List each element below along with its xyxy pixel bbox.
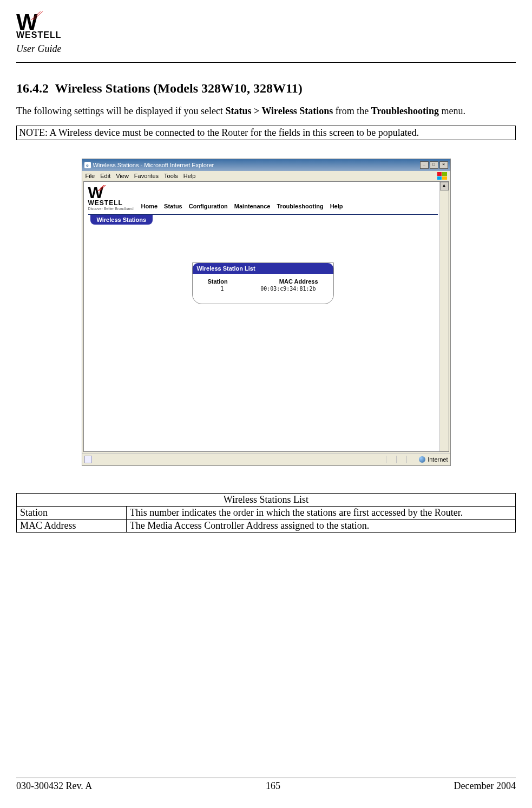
- done-icon: [84, 456, 92, 463]
- table-row: MAC Address The Media Access Controller …: [17, 520, 516, 533]
- cell-mac: 00:03:c9:34:81:2b: [260, 286, 316, 292]
- menu-file[interactable]: File: [86, 173, 95, 179]
- section-title: Wireless Stations (Models 328W10, 328W11…: [55, 81, 303, 95]
- intro-prefix: The following settings will be displayed…: [16, 106, 225, 116]
- browser-titlebar: e Wireless Stations - Microsoft Internet…: [82, 159, 450, 171]
- footer-right: December 2004: [454, 780, 516, 792]
- col-station: Station: [208, 278, 228, 285]
- status-seg: [386, 456, 396, 463]
- intro-middle: from the: [333, 106, 371, 116]
- status-zone: Internet: [428, 456, 448, 463]
- card-header: Wireless Station List: [193, 263, 333, 274]
- nav-troubleshooting[interactable]: Troubleshooting: [277, 203, 323, 209]
- browser-menubar: File Edit View Favorites Tools Help: [82, 171, 450, 181]
- section-heading: 16.4.2 Wireless Stations (Models 328W10,…: [16, 81, 516, 96]
- internet-zone-icon: [419, 456, 425, 463]
- status-seg: [396, 456, 406, 463]
- menu-help[interactable]: Help: [183, 173, 196, 179]
- nav-status[interactable]: Status: [164, 203, 182, 209]
- col-mac-address: MAC Address: [279, 278, 318, 285]
- cell-desc: This number indicates the order in which…: [126, 507, 515, 520]
- windows-flag-icon: [437, 172, 447, 180]
- router-nav: Home Status Configuration Maintenance Tr…: [141, 203, 343, 211]
- table-row: Station This number indicates the order …: [17, 507, 516, 520]
- table-title: Wireless Stations List: [17, 494, 516, 507]
- close-button[interactable]: ×: [439, 161, 448, 169]
- footer-center: 165: [266, 780, 280, 792]
- scroll-up-icon[interactable]: ▲: [440, 182, 449, 190]
- intro-suffix: menu.: [439, 106, 465, 116]
- router-logo: W⁄⁄ WESTELL Discover Better Broadband: [88, 186, 134, 211]
- menu-view[interactable]: View: [116, 173, 129, 179]
- minimize-button[interactable]: _: [420, 161, 429, 169]
- cell-station: 1: [221, 286, 224, 292]
- router-swoosh-icon: ⁄⁄: [98, 185, 104, 192]
- cell-desc: The Media Access Controller Address assi…: [126, 520, 515, 533]
- maximize-button[interactable]: □: [430, 161, 438, 169]
- nav-maintenance[interactable]: Maintenance: [234, 203, 271, 209]
- wireless-station-card: Wireless Station List Station MAC Addres…: [192, 262, 334, 304]
- footer-left: 030-300432 Rev. A: [16, 780, 92, 792]
- cell-label: Station: [17, 507, 127, 520]
- scrollbar[interactable]: ▲: [439, 182, 449, 451]
- nav-help[interactable]: Help: [330, 203, 343, 209]
- browser-title: Wireless Stations - Microsoft Internet E…: [93, 162, 214, 168]
- intro-bold-menu: Troubleshooting: [371, 106, 439, 116]
- user-guide-label: User Guide: [16, 43, 516, 55]
- nav-configuration[interactable]: Configuration: [189, 203, 228, 209]
- menu-edit[interactable]: Edit: [100, 173, 110, 179]
- router-tagline: Discover Better Broadband: [88, 207, 134, 211]
- browser-statusbar: Internet: [82, 453, 450, 465]
- brand-logo: W ⁄⁄ WESTELL: [16, 11, 516, 40]
- cell-label: MAC Address: [17, 520, 127, 533]
- browser-content: ▲ W⁄⁄ WESTELL Discover Better Broadband …: [83, 181, 449, 452]
- browser-window: e Wireless Stations - Microsoft Internet…: [82, 159, 451, 466]
- ie-icon: e: [84, 162, 91, 168]
- menu-tools[interactable]: Tools: [164, 173, 178, 179]
- intro-paragraph: The following settings will be displayed…: [16, 106, 516, 117]
- table-row: 1 00:03:c9:34:81:2b: [198, 285, 328, 292]
- intro-bold-path: Status > Wireless Stations: [225, 106, 333, 116]
- tab-wireless-stations[interactable]: Wireless Stations: [90, 215, 153, 225]
- section-number: 16.4.2: [16, 81, 49, 95]
- header-rule: [16, 62, 516, 63]
- page-footer: 030-300432 Rev. A 165 December 2004: [16, 778, 516, 792]
- status-seg: [406, 456, 417, 463]
- menu-favorites[interactable]: Favorites: [134, 173, 159, 179]
- description-table: Wireless Stations List Station This numb…: [16, 493, 516, 533]
- note-box: NOTE: A Wireless device must be connecte…: [16, 126, 516, 140]
- nav-home[interactable]: Home: [141, 203, 158, 209]
